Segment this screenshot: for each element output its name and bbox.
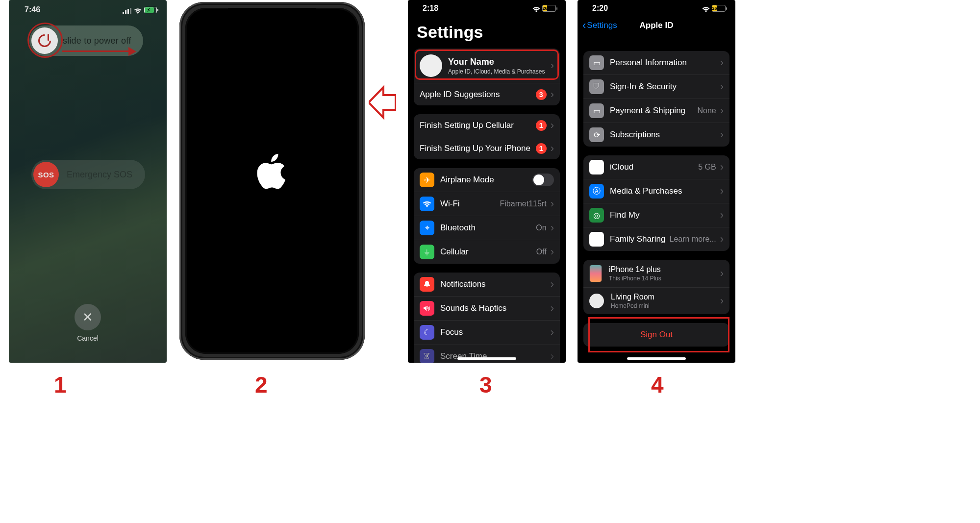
device-homepod-cell[interactable]: Living Room HomePod mini › [583, 287, 729, 314]
hourglass-icon: ⏳︎ [420, 349, 434, 363]
focus-cell[interactable]: ☾ Focus › [414, 320, 560, 344]
signin-security-cell[interactable]: ⛉ Sign-In & Security › [583, 75, 729, 99]
svg-rect-1 [125, 10, 126, 14]
chevron-right-icon: › [720, 104, 724, 117]
settings-screen: 2:18 26 Settings Your Name Apple ID, iCl… [408, 0, 566, 363]
avatar [420, 54, 442, 77]
page-title: Settings [408, 15, 566, 49]
cancel-button[interactable]: ✕ [75, 304, 101, 330]
cellular-cell[interactable]: ⏚ Cellular Off › [414, 240, 560, 264]
emergency-sos-slider[interactable]: SOS Emergency SOS [31, 160, 145, 189]
home-indicator[interactable] [457, 357, 516, 360]
device-iphone-cell[interactable]: iPhone 14 plus This iPhone 14 Plus › [583, 260, 729, 287]
chevron-right-icon: › [551, 302, 554, 315]
media-purchases-cell[interactable]: Ⓐ Media & Purchases › [583, 179, 729, 203]
sign-out-button[interactable]: Sign Out [583, 323, 729, 347]
find-my-icon: ◎ [589, 208, 604, 223]
profile-subtitle: Apple ID, iCloud, Media & Purchases [448, 68, 550, 75]
wifi-cell[interactable]: Wi-Fi Fibarnet115rt › [414, 192, 560, 216]
badge: 1 [536, 120, 547, 131]
airplane-toggle[interactable] [532, 174, 554, 186]
chevron-right-icon: › [551, 246, 554, 258]
bluetooth-cell[interactable]: ⌖ Bluetooth On › [414, 216, 560, 240]
airplane-icon: ✈︎ [420, 173, 434, 187]
chevron-right-icon: › [551, 326, 554, 339]
back-button[interactable]: ‹ Settings [582, 21, 617, 30]
sos-knob[interactable]: SOS [33, 162, 59, 187]
power-off-label: slide to power off [63, 36, 131, 46]
notifications-cell[interactable]: 🔔︎ Notifications › [414, 273, 560, 296]
profile-name: Your Name [448, 57, 550, 67]
finish-iphone-cell[interactable]: Finish Setting Up Your iPhone 1 › [414, 137, 560, 159]
annotation-arrow-left [369, 83, 396, 122]
wifi-icon [702, 5, 710, 11]
chevron-right-icon: › [551, 59, 554, 72]
boot-screen [185, 8, 359, 354]
shield-icon: ⛉ [589, 79, 604, 94]
chevron-right-icon: › [551, 198, 554, 210]
chevron-right-icon: › [551, 222, 554, 234]
icloud-cell[interactable]: ☁︎ iCloud 5 GB › [583, 155, 729, 179]
chevron-right-icon: › [720, 128, 724, 141]
bluetooth-icon: ⌖ [420, 221, 434, 235]
wifi-icon [420, 197, 434, 211]
cancel-label: Cancel [75, 334, 101, 342]
close-icon: ✕ [82, 310, 93, 325]
notch [228, 8, 316, 23]
cloud-icon: ☁︎ [589, 160, 604, 174]
status-bar: 7:46 ⚡︎ [9, 3, 167, 17]
status-time: 2:18 [423, 4, 438, 13]
power-icon [36, 32, 54, 50]
apple-id-suggestions-cell[interactable]: Apple ID Suggestions 3 › [414, 83, 560, 105]
status-bar: 2:18 26 [408, 0, 566, 15]
power-off-knob[interactable] [31, 27, 58, 54]
family-sharing-cell[interactable]: 👥︎ Family Sharing Learn more... › [583, 227, 729, 251]
chevron-right-icon: › [551, 142, 554, 155]
homepod-icon [589, 294, 604, 308]
appstore-icon: Ⓐ [589, 184, 604, 199]
wifi-icon [134, 7, 142, 13]
sos-label: Emergency SOS [67, 170, 132, 180]
phone-frame [179, 2, 365, 360]
sounds-cell[interactable]: 🔊︎ Sounds & Haptics › [414, 296, 560, 320]
bell-icon: 🔔︎ [420, 277, 434, 292]
payment-shipping-cell[interactable]: ▭ Payment & Shipping None › [583, 99, 729, 123]
chevron-right-icon: › [720, 209, 724, 222]
home-indicator[interactable] [627, 357, 686, 360]
cellular-signal-icon [123, 7, 131, 13]
svg-rect-3 [130, 8, 131, 14]
chevron-right-icon: › [720, 56, 724, 69]
screen-time-cell[interactable]: ⏳︎ Screen Time › [414, 344, 560, 363]
svg-rect-2 [127, 9, 129, 14]
chevron-right-icon: › [720, 267, 724, 280]
find-my-cell[interactable]: ◎ Find My › [583, 203, 729, 227]
power-off-slider[interactable]: slide to power off [29, 25, 143, 56]
battery-icon: 26 [712, 5, 726, 12]
antenna-icon: ⏚ [420, 245, 434, 259]
badge: 3 [536, 89, 547, 100]
cancel-area: ✕ Cancel [75, 304, 101, 342]
chevron-right-icon: › [720, 295, 724, 307]
speaker-icon: 🔊︎ [420, 301, 434, 316]
svg-rect-0 [123, 12, 124, 14]
finish-cellular-cell[interactable]: Finish Setting Up Cellular 1 › [414, 114, 560, 137]
card-icon: ▭ [589, 103, 604, 118]
step-number-3: 3 [479, 372, 492, 398]
apple-logo-icon [256, 153, 288, 198]
family-icon: 👥︎ [589, 232, 604, 247]
iphone-icon [589, 265, 602, 282]
apple-id-screen: 2:20 26 ‹ Settings Apple ID ▭ Personal I… [578, 0, 735, 363]
subscriptions-cell[interactable]: ⟳ Subscriptions › [583, 123, 729, 147]
subscriptions-icon: ⟳ [589, 127, 604, 142]
profile-cell[interactable]: Your Name Apple ID, iCloud, Media & Purc… [414, 49, 560, 83]
wifi-icon [532, 5, 540, 11]
id-card-icon: ▭ [589, 55, 604, 70]
battery-icon: ⚡︎ [144, 7, 157, 13]
chevron-right-icon: › [551, 278, 554, 291]
chevron-right-icon: › [551, 350, 554, 363]
personal-info-cell[interactable]: ▭ Personal Information › [583, 51, 729, 75]
chevron-right-icon: › [720, 80, 724, 93]
airplane-mode-cell[interactable]: ✈︎ Airplane Mode [414, 168, 560, 192]
status-time: 7:46 [25, 5, 40, 14]
page-title: Apple ID [640, 21, 674, 30]
